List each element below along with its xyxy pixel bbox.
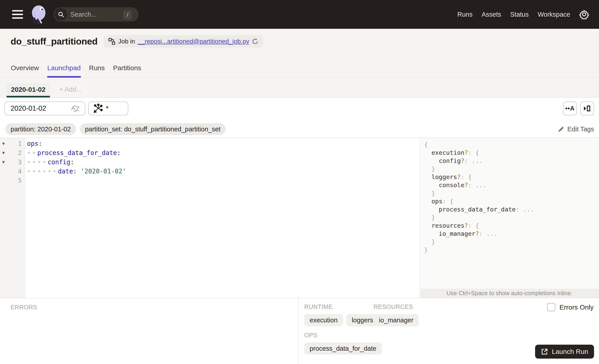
op-selector-icon bbox=[93, 104, 103, 113]
scaffold-config-button[interactable] bbox=[580, 102, 594, 115]
page-title: do_stuff_partitioned bbox=[11, 36, 97, 47]
errors-only-label: Errors Only bbox=[559, 303, 594, 311]
config-schema-panel: { execution?: { config?: ... } loggers?:… bbox=[420, 138, 599, 298]
pencil-icon bbox=[558, 126, 564, 132]
job-repo-link[interactable]: __reposi...artitioned@partitioned_job.py bbox=[138, 38, 249, 45]
nav-item-assets[interactable]: Assets bbox=[482, 11, 501, 18]
dagster-launchpad-page: Search... / Runs Assets Status Workspace… bbox=[0, 0, 599, 364]
editor-line: ▼ 1 ops: bbox=[0, 139, 420, 148]
errors-pane: ERRORS bbox=[0, 298, 299, 364]
scaffold-icon bbox=[583, 105, 591, 112]
partition-select-input[interactable]: 2020-01-02 A Z bbox=[4, 102, 85, 115]
tag-partition-set: partition_set: do_stuff_partitioned_part… bbox=[80, 123, 226, 135]
tags-row: partition: 2020-01-02 partition_set: do_… bbox=[5, 123, 594, 135]
job-badge-prefix: Job in bbox=[118, 38, 135, 45]
runtime-title: RUNTIME bbox=[304, 303, 379, 311]
editor-line: 4 ∙∙∙∙∙∙date: '2020-01-02' bbox=[0, 167, 420, 176]
config-editor[interactable]: ▼ 1 ops: ▼ 2 ∙∙process_data_for_date: ▼ … bbox=[0, 138, 420, 298]
resources-chip-io-manager[interactable]: io_manager bbox=[374, 314, 419, 326]
add-config-tab-button[interactable]: + Add... bbox=[54, 83, 87, 97]
refresh-icon[interactable] bbox=[252, 38, 259, 45]
tab-runs[interactable]: Runs bbox=[89, 58, 105, 78]
editor-line: ▼ 3 ∙∙∙∙config: bbox=[0, 157, 420, 167]
search-icon bbox=[55, 8, 67, 21]
resources-section: RESOURCES io_manager bbox=[374, 303, 419, 326]
ops-section: OPS process_data_for_date bbox=[304, 332, 382, 355]
job-header: do_stuff_partitioned Job in __reposi...a… bbox=[0, 29, 599, 78]
nav-item-workspace[interactable]: Workspace bbox=[537, 11, 570, 18]
tab-partitions[interactable]: Partitions bbox=[113, 58, 141, 78]
launchpad-toolbar: 2020-01-02 A Z bbox=[4, 102, 594, 115]
config-summary-pane: RUNTIME execution loggers RESOURCES io_m… bbox=[299, 298, 599, 364]
whitespace-icon: ••A bbox=[565, 105, 574, 112]
partition-select-value: 2020-01-02 bbox=[11, 104, 70, 113]
settings-gear-icon[interactable] bbox=[579, 9, 589, 19]
editor-line: ▼ 2 ∙∙process_data_for_date: bbox=[0, 148, 420, 157]
editor-line: 5 bbox=[0, 176, 420, 185]
fold-arrow-icon[interactable]: ▼ bbox=[1, 139, 7, 148]
toggle-whitespace-button[interactable]: ••A bbox=[563, 102, 577, 115]
resources-title: RESOURCES bbox=[374, 303, 419, 311]
job-tabs: Overview Launchpad Runs Partitions bbox=[11, 58, 141, 78]
autocomplete-hint: Use Ctrl+Space to show auto-completions … bbox=[420, 289, 599, 298]
op-selection-value: * bbox=[106, 104, 108, 113]
search-placeholder: Search... bbox=[70, 11, 97, 18]
edit-tags-label: Edit Tags bbox=[567, 126, 594, 133]
job-graph-icon bbox=[108, 38, 115, 45]
op-selection-input[interactable]: * bbox=[88, 102, 128, 115]
bottom-panel: ERRORS RUNTIME execution loggers RESOURC… bbox=[0, 298, 599, 364]
nav-item-status[interactable]: Status bbox=[510, 11, 529, 18]
tag-partition: partition: 2020-01-02 bbox=[5, 123, 76, 135]
search-shortcut-key: / bbox=[123, 10, 132, 19]
top-nav-links: Runs Assets Status Workspace bbox=[458, 9, 599, 19]
runtime-chip-execution[interactable]: execution bbox=[304, 314, 343, 326]
job-origin-badge: Job in __reposi...artitioned@partitioned… bbox=[104, 35, 263, 48]
ops-title: OPS bbox=[304, 332, 382, 339]
ops-chip-process-data-for-date[interactable]: process_data_for_date bbox=[304, 342, 382, 355]
errors-only-toggle[interactable]: Errors Only bbox=[547, 303, 594, 311]
launch-icon bbox=[541, 348, 548, 355]
fold-arrow-icon[interactable]: ▼ bbox=[1, 157, 7, 167]
top-navigation-bar: Search... / Runs Assets Status Workspace bbox=[0, 0, 599, 29]
global-search-input[interactable]: Search... / bbox=[53, 7, 139, 22]
nav-item-runs[interactable]: Runs bbox=[458, 11, 473, 18]
errors-title: ERRORS bbox=[11, 304, 37, 311]
sort-az-icon: A Z bbox=[70, 103, 80, 114]
tab-launchpad[interactable]: Launchpad bbox=[47, 58, 80, 78]
tab-overview[interactable]: Overview bbox=[11, 58, 39, 78]
dagster-logo[interactable] bbox=[29, 4, 48, 25]
edit-tags-button[interactable]: Edit Tags bbox=[558, 126, 594, 133]
svg-text:Z: Z bbox=[76, 105, 79, 112]
launch-run-label: Launch Run bbox=[552, 348, 588, 355]
fold-arrow-icon[interactable]: ▼ bbox=[1, 148, 7, 157]
hamburger-menu-icon[interactable] bbox=[12, 10, 23, 19]
errors-only-checkbox[interactable] bbox=[547, 303, 555, 311]
config-tab-partition[interactable]: 2020-01-02 bbox=[7, 83, 50, 97]
launchpad-config-tabs: 2020-01-02 + Add... bbox=[0, 78, 599, 98]
schema-lines: { execution?: { config?: ... } loggers?:… bbox=[424, 141, 597, 254]
runtime-section: RUNTIME execution loggers bbox=[304, 303, 379, 326]
launchpad-content: 2020-01-02 A Z bbox=[0, 98, 599, 298]
launch-run-button[interactable]: Launch Run bbox=[535, 345, 594, 359]
